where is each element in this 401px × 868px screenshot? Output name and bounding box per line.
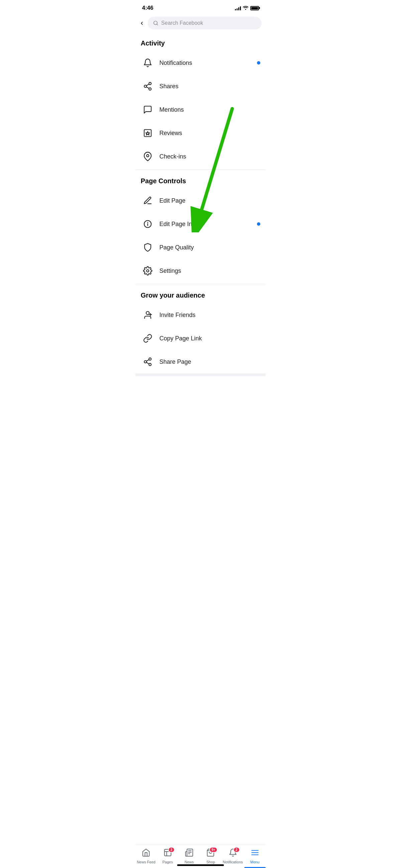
reviews-label: Reviews <box>159 130 260 137</box>
svg-marker-8 <box>146 131 150 135</box>
page-quality-icon <box>141 240 155 254</box>
share-page-label: Share Page <box>159 359 260 366</box>
edit-page-info-blue-dot <box>257 222 260 226</box>
page-quality-label: Page Quality <box>159 244 260 251</box>
checkins-icon <box>141 150 155 163</box>
search-icon <box>153 21 158 26</box>
search-bar-container: ‹ Search Facebook <box>135 14 266 33</box>
shares-icon <box>141 79 155 93</box>
menu-item-shares[interactable]: Shares <box>135 74 266 98</box>
svg-line-22 <box>146 363 149 364</box>
svg-line-23 <box>146 360 149 362</box>
svg-point-16 <box>146 312 149 315</box>
svg-point-9 <box>147 154 149 157</box>
invite-friends-label: Invite Friends <box>159 312 260 319</box>
divider-2 <box>135 284 266 284</box>
menu-item-share-page[interactable]: Share Page <box>135 350 266 373</box>
svg-line-5 <box>146 87 149 89</box>
reviews-icon <box>141 126 155 140</box>
battery-icon <box>250 6 259 10</box>
edit-page-info-label: Edit Page Info <box>159 221 257 228</box>
menu-item-settings[interactable]: Settings <box>135 259 266 282</box>
svg-point-15 <box>147 270 149 272</box>
menu-item-page-quality[interactable]: Page Quality <box>135 236 266 259</box>
divider-1 <box>135 169 266 170</box>
edit-page-info-container: Edit Page Info <box>135 212 266 236</box>
svg-rect-7 <box>144 130 152 137</box>
copy-page-link-icon <box>141 331 155 345</box>
menu-item-copy-page-link[interactable]: Copy Page Link <box>135 327 266 350</box>
menu-item-mentions[interactable]: Mentions <box>135 98 266 121</box>
page-controls-section-header: Page Controls <box>135 171 266 189</box>
mentions-icon <box>141 103 155 117</box>
gray-separator <box>135 373 266 376</box>
shares-label: Shares <box>159 83 260 90</box>
grow-audience-section-header: Grow your audience <box>135 285 266 303</box>
activity-section-header: Activity <box>135 33 266 51</box>
search-bar[interactable]: Search Facebook <box>148 17 262 29</box>
copy-page-link-label: Copy Page Link <box>159 335 260 342</box>
search-placeholder: Search Facebook <box>161 20 203 26</box>
status-bar: 4:46 <box>135 0 266 14</box>
svg-line-1 <box>157 24 158 25</box>
wifi-icon <box>243 5 248 11</box>
svg-line-6 <box>146 84 149 86</box>
invite-friends-icon <box>141 308 155 322</box>
settings-label: Settings <box>159 268 260 275</box>
edit-page-label: Edit Page <box>159 197 260 204</box>
checkins-label: Check-ins <box>159 153 260 160</box>
back-button[interactable]: ‹ <box>139 18 144 28</box>
signal-icon <box>235 6 241 10</box>
menu-item-edit-page[interactable]: Edit Page <box>135 189 266 212</box>
menu-item-invite-friends[interactable]: Invite Friends <box>135 303 266 327</box>
edit-page-icon <box>141 194 155 208</box>
settings-icon <box>141 264 155 278</box>
notifications-blue-dot <box>257 61 260 65</box>
notifications-label: Notifications <box>159 60 257 66</box>
menu-item-reviews[interactable]: Reviews <box>135 121 266 145</box>
status-time: 4:46 <box>142 5 154 11</box>
edit-page-info-icon <box>141 217 155 231</box>
share-page-icon <box>141 355 155 369</box>
notifications-icon <box>141 56 155 70</box>
menu-item-notifications[interactable]: Notifications <box>135 51 266 74</box>
menu-item-checkins[interactable]: Check-ins <box>135 145 266 168</box>
menu-item-edit-page-info[interactable]: Edit Page Info <box>135 212 266 236</box>
status-icons <box>235 5 259 11</box>
mentions-label: Mentions <box>159 106 260 113</box>
main-content: Activity Notifications Shares <box>135 33 266 403</box>
